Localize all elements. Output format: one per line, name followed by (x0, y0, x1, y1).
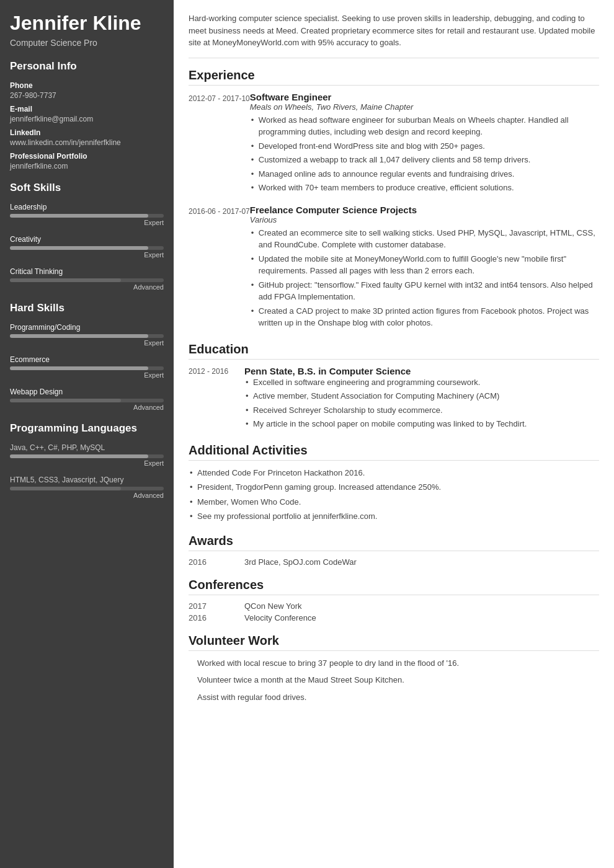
list-item: My article in the school paper on mobile… (244, 418, 599, 430)
list-item: Developed front-end WordPress site and b… (250, 140, 599, 153)
skill-bar-fill (10, 399, 121, 402)
skill-name: Creativity (10, 235, 164, 244)
award-row: 2016 3rd Place, SpOJ.com CodeWar (189, 557, 599, 567)
job-org: Meals on Wheels, Two Rivers, Maine Chapt… (250, 102, 599, 112)
conf-year: 2017 (189, 601, 244, 611)
list-item: Active member, Student Association for C… (244, 390, 599, 402)
awards-list: 2016 3rd Place, SpOJ.com CodeWar (189, 557, 599, 567)
volunteer-section: Volunteer Work Worked with local rescue … (189, 634, 599, 704)
entry-date: 2016-06 - 2017-07 (189, 205, 250, 331)
main-content: Hard-working computer science specialist… (174, 0, 614, 868)
skill-bar-bg (10, 246, 164, 250)
volunteer-item: Assist with regular food drives. (189, 691, 599, 704)
skill-bar-fill (10, 334, 148, 338)
candidate-name: Jennifer Kline (10, 12, 164, 34)
personal-info-heading: Personal Info (10, 60, 164, 75)
skill-level: Expert (10, 459, 164, 467)
prog-lang-name: HTML5, CSS3, Javascript, JQuery (10, 476, 164, 484)
list-item: Created an ecommerce site to sell walkin… (250, 227, 599, 251)
activities-section: Additional Activities Attended Code For … (189, 443, 599, 523)
entry-content: Software Engineer Meals on Wheels, Two R… (250, 92, 599, 196)
list-item: Created a CAD project to make 3D printed… (250, 305, 599, 329)
conferences-heading: Conferences (189, 578, 599, 595)
list-item: Updated the mobile site at MoneyMoneyWor… (250, 253, 599, 277)
entry-date: 2012-07 - 2017-10 (189, 92, 250, 196)
education-list: 2012 - 2016 Penn State, B.S. in Computer… (189, 366, 599, 432)
summary: Hard-working computer science specialist… (189, 12, 599, 58)
list-item: Managed online ads to announce regular e… (250, 168, 599, 180)
education-section: Education 2012 - 2016 Penn State, B.S. i… (189, 342, 599, 432)
list-item: See my professional portfolio at jennife… (189, 510, 599, 523)
skill-level: Advanced (10, 404, 164, 411)
prog-lang-heading: Programming Languages (10, 422, 164, 437)
awards-heading: Awards (189, 534, 599, 551)
skill-bar-fill (10, 487, 121, 490)
list-item: President, TrogdorPenn gaming group. Inc… (189, 481, 599, 494)
prog-lang-item: Java, C++, C#, PHP, MySQL Expert (10, 443, 164, 467)
prog-lang-name: Java, C++, C#, PHP, MySQL (10, 443, 164, 452)
skill-bar-bg (10, 334, 164, 338)
skill-bar-fill (10, 454, 148, 458)
skill-item: Leadership Expert (10, 203, 164, 226)
candidate-title: Computer Science Pro (10, 38, 164, 48)
prog-lang-item: HTML5, CSS3, Javascript, JQuery Advanced (10, 476, 164, 499)
skill-level: Advanced (10, 283, 164, 291)
entry-content: Freelance Computer Science Projects Vari… (250, 205, 599, 331)
award-value: 3rd Place, SpOJ.com CodeWar (244, 557, 357, 567)
skill-item: Webapp Design Advanced (10, 388, 164, 411)
activities-heading: Additional Activities (189, 443, 599, 461)
list-item: Worked as head software engineer for sub… (250, 114, 599, 138)
conf-value: Velocity Conference (244, 613, 316, 622)
conferences-list: 2017 QCon New York 2016 Velocity Confere… (189, 601, 599, 622)
conference-row: 2017 QCon New York (189, 601, 599, 611)
skill-name: Leadership (10, 203, 164, 211)
skill-level: Expert (10, 219, 164, 226)
skill-name: Webapp Design (10, 388, 164, 396)
education-entry: 2012 - 2016 Penn State, B.S. in Computer… (189, 366, 599, 432)
job-title: Freelance Computer Science Projects (250, 205, 599, 215)
hard-skills-list: Programming/Coding Expert Ecommerce Expe… (10, 323, 164, 411)
phone-value: 267-980-7737 (10, 91, 164, 100)
email-label: E-mail (10, 105, 164, 113)
skill-level: Expert (10, 339, 164, 347)
edu-bullets: Excelled in software engineering and pro… (244, 376, 599, 430)
linkedin-label: LinkedIn (10, 128, 164, 137)
linkedin-value: www.linkedin.com/in/jenniferfkline (10, 138, 164, 147)
volunteer-item: Volunteer twice a month at the Maud Stre… (189, 674, 599, 686)
volunteer-heading: Volunteer Work (189, 634, 599, 651)
awards-section: Awards 2016 3rd Place, SpOJ.com CodeWar (189, 534, 599, 567)
skill-level: Expert (10, 251, 164, 259)
skill-item: Creativity Expert (10, 235, 164, 259)
experience-section: Experience 2012-07 - 2017-10 Software En… (189, 68, 599, 331)
edu-content: Penn State, B.S. in Computer Science Exc… (244, 366, 599, 432)
prog-lang-list: Java, C++, C#, PHP, MySQL Expert HTML5, … (10, 443, 164, 499)
experience-entry: 2012-07 - 2017-10 Software Engineer Meal… (189, 92, 599, 196)
job-org: Various (250, 215, 599, 224)
volunteer-item: Worked with local rescue to bring 37 peo… (189, 657, 599, 670)
skill-bar-bg (10, 487, 164, 490)
list-item: Excelled in software engineering and pro… (244, 376, 599, 389)
skill-name: Programming/Coding (10, 323, 164, 332)
conferences-section: Conferences 2017 QCon New York 2016 Velo… (189, 578, 599, 622)
soft-skills-list: Leadership Expert Creativity Expert Crit… (10, 203, 164, 291)
skill-bar-fill (10, 278, 121, 282)
skill-level: Expert (10, 371, 164, 379)
edu-school: Penn State, B.S. in Computer Science (244, 366, 599, 376)
list-item: Received Schreyer Scholarship to study e… (244, 404, 599, 417)
skill-item: Critical Thinking Advanced (10, 267, 164, 291)
list-item: GitHub project: "tensorflow." Fixed faul… (250, 279, 599, 303)
edu-date: 2012 - 2016 (189, 366, 244, 432)
skill-level: Advanced (10, 492, 164, 499)
skill-bar-fill (10, 366, 148, 370)
experience-entry: 2016-06 - 2017-07 Freelance Computer Sci… (189, 205, 599, 331)
portfolio-value: jenniferfkline.com (10, 162, 164, 170)
activities-list: Attended Code For Princeton Hackathon 20… (189, 467, 599, 523)
skill-bar-bg (10, 278, 164, 282)
volunteer-list: Worked with local rescue to bring 37 peo… (189, 657, 599, 704)
list-item: Worked with 70+ team members to produce … (250, 182, 599, 194)
job-bullets: Worked as head software engineer for sub… (250, 114, 599, 194)
skill-item: Ecommerce Expert (10, 355, 164, 379)
list-item: Attended Code For Princeton Hackathon 20… (189, 467, 599, 479)
skill-bar-bg (10, 366, 164, 370)
skill-bar-bg (10, 399, 164, 402)
